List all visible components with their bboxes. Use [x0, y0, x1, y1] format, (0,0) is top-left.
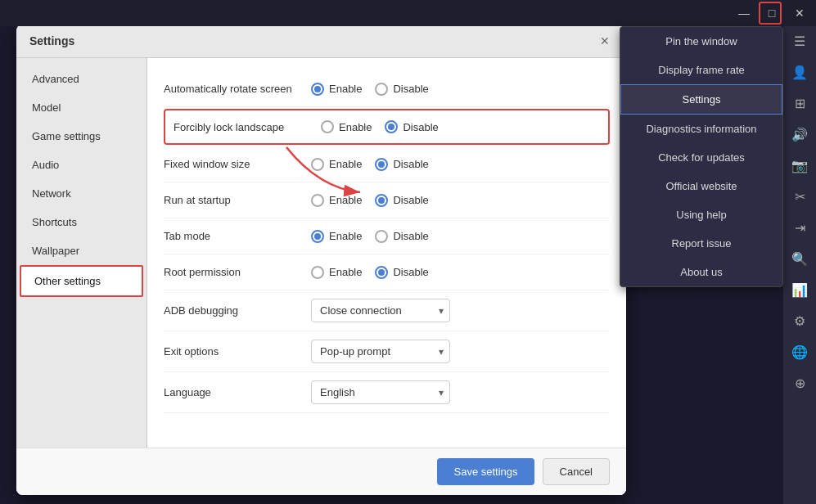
auto-rotate-enable-radio[interactable]: [311, 83, 324, 96]
search-icon[interactable]: 🔍: [785, 244, 814, 273]
forcibly-lock-row: Forcibly lock landscape Enable Disable: [164, 109, 610, 145]
nav-model[interactable]: Model: [16, 93, 147, 122]
settings-dialog: Settings ✕ Advanced Model Game settings …: [16, 25, 626, 495]
apps-icon[interactable]: ⊞: [785, 88, 814, 118]
camera-icon[interactable]: 📷: [785, 151, 814, 180]
run-startup-enable[interactable]: Enable: [311, 194, 362, 207]
auto-rotate-row: Automatically rotate screen Enable Disab…: [164, 71, 610, 107]
forcibly-lock-controls: Enable Disable: [321, 120, 439, 133]
tab-mode-disable-radio[interactable]: [375, 230, 388, 243]
nav-network[interactable]: Network: [16, 179, 147, 208]
forcibly-lock-label: Forcibly lock landscape: [174, 121, 321, 133]
adb-debugging-select[interactable]: Close connection Open connection: [311, 299, 450, 322]
enable-label-2: Enable: [339, 121, 372, 133]
tool-icon[interactable]: ⚙: [785, 306, 814, 335]
tab-mode-label: Tab mode: [164, 230, 311, 242]
menu-icon[interactable]: ☰: [785, 26, 814, 56]
settings-nav: Advanced Model Game settings Audio Netwo…: [16, 58, 147, 495]
forcibly-lock-enable[interactable]: Enable: [321, 120, 372, 133]
cancel-button[interactable]: Cancel: [543, 458, 610, 485]
fixed-window-disable[interactable]: Disable: [375, 158, 428, 171]
root-permission-disable[interactable]: Disable: [375, 266, 428, 279]
fixed-window-disable-radio[interactable]: [375, 158, 388, 171]
disable-label-6: Disable: [393, 266, 428, 278]
forcibly-lock-disable-radio[interactable]: [385, 120, 398, 133]
language-row: Language English Chinese Japanese: [164, 372, 610, 413]
tab-mode-enable-radio[interactable]: [311, 230, 324, 243]
fixed-window-row: Fixed window size Enable Disable: [164, 146, 610, 182]
root-permission-enable-radio[interactable]: [311, 266, 324, 279]
exit-options-label: Exit options: [164, 345, 311, 358]
enable-label-5: Enable: [329, 230, 362, 242]
language-label: Language: [164, 386, 311, 398]
run-startup-disable[interactable]: Disable: [375, 194, 428, 207]
settings-titlebar: Settings ✕: [16, 25, 626, 58]
nav-advanced[interactable]: Advanced: [16, 65, 147, 93]
menu-button-highlight: [759, 2, 782, 25]
adb-debugging-select-wrapper: Close connection Open connection: [311, 299, 450, 322]
language-select-wrapper: English Chinese Japanese: [311, 380, 450, 404]
tab-mode-disable[interactable]: Disable: [375, 230, 428, 243]
audio-icon[interactable]: 🔊: [785, 119, 814, 149]
dropdown-settings[interactable]: Settings: [620, 84, 782, 115]
disable-label-4: Disable: [393, 194, 428, 206]
root-permission-disable-radio[interactable]: [375, 266, 388, 279]
settings-footer: Save settings Cancel: [16, 448, 626, 495]
dropdown-menu: Pin the window Display frame rate Settin…: [620, 26, 783, 287]
run-startup-label: Run at startup: [164, 194, 311, 206]
dropdown-using-help[interactable]: Using help: [620, 200, 782, 229]
nav-other-settings[interactable]: Other settings: [20, 265, 143, 297]
enable-label-4: Enable: [329, 194, 362, 206]
run-startup-disable-radio[interactable]: [375, 194, 388, 207]
disable-label-3: Disable: [393, 158, 428, 170]
dropdown-pin-window[interactable]: Pin the window: [620, 27, 782, 56]
scissors-icon[interactable]: ✂: [785, 182, 814, 211]
nav-audio[interactable]: Audio: [16, 151, 147, 179]
tab-mode-enable[interactable]: Enable: [311, 230, 362, 243]
enable-label-1: Enable: [329, 83, 362, 95]
exit-options-select[interactable]: Pop-up prompt Exit directly Minimize to …: [311, 340, 450, 363]
nav-shortcuts[interactable]: Shortcuts: [16, 208, 147, 236]
auto-rotate-disable-radio[interactable]: [375, 83, 388, 96]
nav-game-settings[interactable]: Game settings: [16, 122, 147, 151]
language-select[interactable]: English Chinese Japanese: [311, 380, 450, 404]
dropdown-check-updates[interactable]: Check for updates: [620, 143, 782, 172]
auto-rotate-disable[interactable]: Disable: [375, 83, 428, 96]
fixed-window-enable[interactable]: Enable: [311, 158, 362, 171]
minimize-button[interactable]: —: [731, 0, 757, 26]
close-button[interactable]: ✕: [787, 0, 813, 26]
adb-debugging-row: ADB debugging Close connection Open conn…: [164, 290, 610, 331]
tab-mode-row: Tab mode Enable Disable: [164, 218, 610, 254]
profile-icon[interactable]: 👤: [785, 57, 814, 87]
add-icon[interactable]: ⊕: [785, 368, 814, 398]
settings-title: Settings: [29, 34, 74, 47]
settings-close-button[interactable]: ✕: [597, 33, 613, 49]
run-startup-enable-radio[interactable]: [311, 194, 324, 207]
forcibly-lock-disable[interactable]: Disable: [385, 120, 438, 133]
tab-icon[interactable]: ⇥: [785, 213, 814, 242]
nav-wallpaper[interactable]: Wallpaper: [16, 236, 147, 265]
save-settings-button[interactable]: Save settings: [437, 458, 534, 485]
auto-rotate-enable[interactable]: Enable: [311, 83, 362, 96]
disable-label-2: Disable: [403, 121, 438, 133]
auto-rotate-label: Automatically rotate screen: [164, 83, 311, 95]
root-permission-enable[interactable]: Enable: [311, 266, 362, 279]
dropdown-official-website[interactable]: Official website: [620, 172, 782, 200]
root-permission-row: Root permission Enable Disable: [164, 254, 610, 290]
forcibly-lock-enable-radio[interactable]: [321, 120, 334, 133]
exit-options-select-wrapper: Pop-up prompt Exit directly Minimize to …: [311, 340, 450, 363]
settings-body: Advanced Model Game settings Audio Netwo…: [16, 58, 626, 495]
tab-mode-controls: Enable Disable: [311, 230, 429, 243]
dropdown-report-issue[interactable]: Report issue: [620, 229, 782, 258]
title-bar: — □ ✕: [0, 0, 816, 26]
fixed-window-enable-radio[interactable]: [311, 158, 324, 171]
globe-icon[interactable]: 🌐: [785, 337, 814, 367]
chart-icon[interactable]: 📊: [785, 275, 814, 304]
dropdown-about-us[interactable]: About us: [620, 258, 782, 286]
exit-options-row: Exit options Pop-up prompt Exit directly…: [164, 331, 610, 372]
disable-label-5: Disable: [393, 230, 428, 242]
fixed-window-controls: Enable Disable: [311, 158, 429, 171]
dropdown-display-frame-rate[interactable]: Display frame rate: [620, 56, 782, 84]
dropdown-diagnostics[interactable]: Diagnostics information: [620, 115, 782, 143]
auto-rotate-controls: Enable Disable: [311, 83, 429, 96]
